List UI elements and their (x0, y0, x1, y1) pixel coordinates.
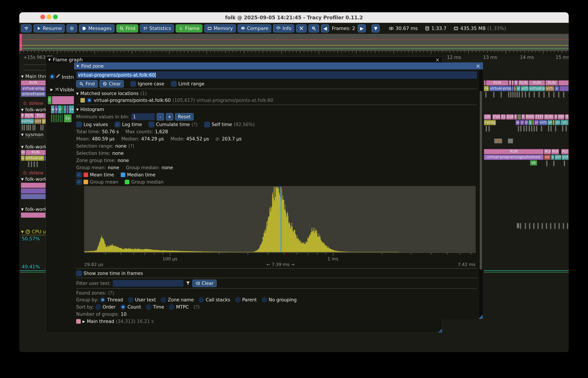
group-by-radio-no-grouping[interactable] (262, 297, 267, 302)
ignore-case-label: Ignore case (138, 81, 164, 86)
zone-bar[interactable] (62, 105, 64, 113)
group-by-option-label: Parent (242, 297, 257, 302)
filter-input[interactable] (113, 280, 184, 287)
reset-button[interactable]: Reset (175, 113, 194, 121)
sort-by-option-label: MTPC (176, 304, 189, 310)
zone-bar[interactable]: w (55, 105, 57, 113)
group-by-radio-thread[interactable] (100, 297, 105, 302)
scrollbar[interactable] (479, 70, 483, 319)
group-by-option-label: No grouping (269, 297, 297, 302)
help-icon[interactable]: (?) (108, 290, 114, 296)
thread-color-swatch (76, 319, 81, 324)
log-values-checkbox[interactable] (76, 122, 82, 127)
axis-span-label: ← 7.39 ms → (267, 262, 295, 267)
log-time-checkbox[interactable]: ✓ (115, 122, 120, 127)
matched-header[interactable]: Matched source locations (80, 91, 139, 96)
separator (76, 105, 477, 105)
filter-clear-button[interactable]: Clear (192, 280, 216, 287)
mean-value: 480.59 µs (92, 136, 115, 141)
resize-grip-icon[interactable] (478, 315, 483, 319)
sort-by-radio-count[interactable] (120, 304, 126, 310)
expand-triangle-icon[interactable]: ▶ (50, 87, 53, 92)
collapse-triangle-icon[interactable]: ▼ (76, 108, 79, 111)
group-median-swatch (125, 180, 129, 184)
selection-range-value: none (115, 143, 127, 149)
axis-tick (471, 253, 471, 255)
source-color-swatch (80, 98, 85, 103)
flame-bar[interactable] (62, 114, 62, 122)
separator (76, 89, 477, 89)
flame-bar[interactable] (51, 114, 52, 122)
axis-tick (325, 253, 326, 255)
decrement-button[interactable]: - (157, 113, 164, 121)
collapse-triangle-icon[interactable]: ▼ (76, 92, 79, 95)
ignore-case-checkbox[interactable] (130, 81, 136, 87)
zone-bar[interactable] (66, 105, 69, 113)
zone-bar[interactable]: vv (58, 105, 62, 113)
limit-range-checkbox[interactable] (171, 81, 177, 87)
num-groups-value: 10 (121, 311, 127, 317)
separator (76, 278, 477, 278)
total-time-value: 50.76 s (102, 129, 119, 134)
group-by-radio-user-text[interactable] (128, 297, 133, 302)
zone-bar[interactable]: i (64, 105, 66, 113)
separator (76, 268, 477, 269)
close-icon[interactable]: × (476, 63, 481, 69)
matched-count: (1) (140, 91, 147, 96)
axis-tick (297, 253, 297, 255)
clear-button[interactable]: Clear (100, 80, 124, 87)
median-label: Median: (121, 136, 139, 141)
find-zone-dialog: ▼ Find zone × virtual-programs/points-at… (74, 62, 483, 319)
median-time-swatch (121, 173, 125, 177)
show-zone-time-checkbox[interactable] (76, 270, 82, 276)
min-values-input[interactable]: 1 (131, 113, 155, 120)
histogram-header[interactable]: Histogram (80, 107, 104, 112)
zone-search-input[interactable]: virtual-programs/points-at.folk:60 (76, 71, 477, 79)
instrumentation-radio[interactable] (49, 74, 55, 80)
sort-by-radio-time[interactable] (146, 304, 151, 310)
scrollbar-thumb[interactable] (480, 91, 482, 270)
axis-tick (382, 253, 382, 255)
source-location-radio[interactable] (87, 98, 92, 103)
sort-by-radio-mtpc[interactable] (169, 304, 174, 310)
flame-bar[interactable] (58, 114, 59, 122)
histogram-plot[interactable] (84, 186, 475, 253)
self-time-checkbox[interactable] (204, 122, 210, 127)
sort-by-radio-order[interactable] (96, 304, 101, 310)
sort-by-label: Sort by: (76, 304, 94, 310)
cumulate-time-checkbox[interactable] (149, 122, 154, 127)
help-icon[interactable]: (?) (192, 122, 198, 127)
group-mean-checkbox[interactable]: ✓ (76, 179, 82, 185)
median-time-label: Median time (127, 172, 156, 177)
flame-bar[interactable] (53, 114, 54, 122)
separator (76, 288, 477, 289)
zone-bar[interactable]: w (51, 105, 54, 113)
funnel-icon[interactable] (185, 281, 191, 286)
group-by-radio-parent[interactable] (235, 297, 241, 302)
expand-triangle-icon[interactable]: ▶ (83, 319, 85, 323)
sort-by-option-label: Count (128, 304, 141, 310)
find-button[interactable]: Find (76, 80, 98, 87)
sort-by-option-label: Time (153, 304, 164, 310)
help-icon[interactable]: (?) (128, 143, 134, 149)
help-icon[interactable]: (?) (194, 304, 200, 310)
find-zone-titlebar[interactable]: ▼ Find zone × (74, 62, 483, 69)
thread-group-name[interactable]: Main thread (87, 319, 114, 324)
increment-button[interactable]: + (166, 113, 173, 121)
collapse-triangle-icon[interactable]: ▼ (76, 64, 79, 68)
sigma-value: 203.7 µs (222, 136, 242, 141)
group-mean-label: Group mean: (76, 165, 106, 170)
selection-time-label: Selection time: (76, 151, 111, 156)
zone-bar[interactable]: E (48, 96, 52, 104)
thread-group-stats: (34,313) 16.21 s (116, 319, 154, 324)
source-location[interactable]: virtual-programs/points-at.folk:60 (94, 98, 171, 103)
flame-bar[interactable] (55, 114, 56, 122)
group-by-radio-zone-name[interactable] (161, 297, 166, 302)
zone-bar[interactable]: Ep (64, 114, 72, 122)
flame-bar[interactable] (60, 114, 61, 122)
group-by-radio-call-stacks[interactable] (199, 297, 204, 302)
flame-bar[interactable] (56, 114, 57, 122)
axis-tick (447, 253, 447, 255)
sort-by-option-label: Order (102, 304, 115, 310)
mean-time-checkbox[interactable]: ✓ (76, 172, 82, 178)
